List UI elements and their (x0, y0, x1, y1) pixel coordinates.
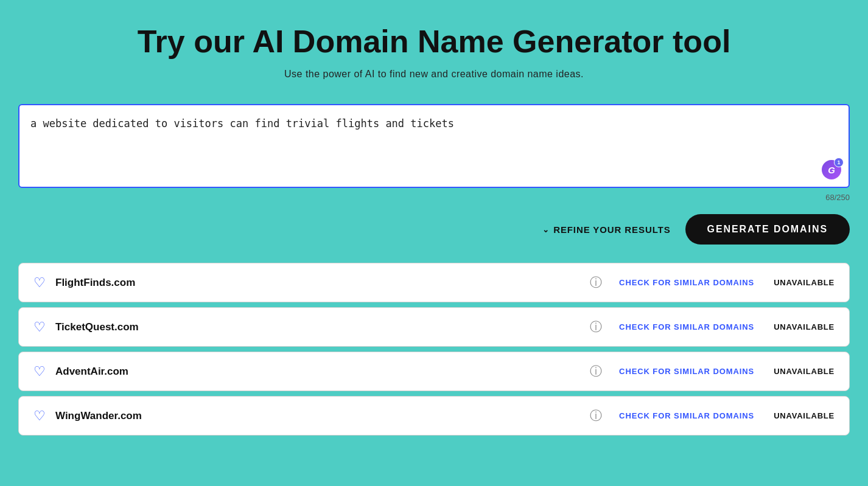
info-icon[interactable]: ⓘ (590, 274, 602, 291)
page-title: Try our AI Domain Name Generator tool (18, 24, 850, 59)
status-badge: UNAVAILABLE (774, 367, 835, 376)
domain-name: FlightFinds.com (55, 277, 580, 289)
check-similar-link[interactable]: CHECK FOR SIMILAR DOMAINS (619, 322, 754, 332)
favorite-icon[interactable]: ♡ (33, 408, 46, 424)
table-row: ♡ WingWander.com ⓘ CHECK FOR SIMILAR DOM… (18, 396, 850, 436)
check-similar-link[interactable]: CHECK FOR SIMILAR DOMAINS (619, 367, 754, 376)
table-row: ♡ TicketQuest.com ⓘ CHECK FOR SIMILAR DO… (18, 307, 850, 347)
info-icon[interactable]: ⓘ (590, 408, 602, 424)
results-list: ♡ FlightFinds.com ⓘ CHECK FOR SIMILAR DO… (18, 263, 850, 440)
table-row: ♡ FlightFinds.com ⓘ CHECK FOR SIMILAR DO… (18, 263, 850, 302)
check-similar-link[interactable]: CHECK FOR SIMILAR DOMAINS (619, 411, 754, 420)
table-row: ♡ AdventAir.com ⓘ CHECK FOR SIMILAR DOMA… (18, 352, 850, 391)
page-subtitle: Use the power of AI to find new and crea… (18, 69, 850, 80)
domain-name: AdventAir.com (55, 366, 580, 378)
favorite-icon[interactable]: ♡ (33, 364, 46, 380)
char-count: 68/250 (18, 193, 850, 202)
refine-button[interactable]: ⌄ REFINE YOUR RESULTS (542, 224, 670, 235)
favorite-icon[interactable]: ♡ (33, 319, 46, 335)
prompt-textarea[interactable]: a website dedicated to visitors can find… (19, 105, 849, 184)
domain-name: TicketQuest.com (55, 321, 580, 333)
info-icon[interactable]: ⓘ (590, 319, 602, 335)
chevron-down-icon: ⌄ (542, 225, 550, 234)
prompt-input-wrapper: a website dedicated to visitors can find… (18, 104, 850, 188)
grammarly-icon: G (822, 160, 841, 179)
favorite-icon[interactable]: ♡ (33, 275, 46, 291)
status-badge: UNAVAILABLE (774, 411, 835, 420)
action-row: ⌄ REFINE YOUR RESULTS GENERATE DOMAINS (18, 214, 850, 245)
status-badge: UNAVAILABLE (774, 322, 835, 332)
check-similar-link[interactable]: CHECK FOR SIMILAR DOMAINS (619, 278, 754, 287)
info-icon[interactable]: ⓘ (590, 363, 602, 380)
status-badge: UNAVAILABLE (774, 278, 835, 287)
generate-button[interactable]: GENERATE DOMAINS (685, 214, 850, 245)
domain-name: WingWander.com (55, 410, 580, 422)
